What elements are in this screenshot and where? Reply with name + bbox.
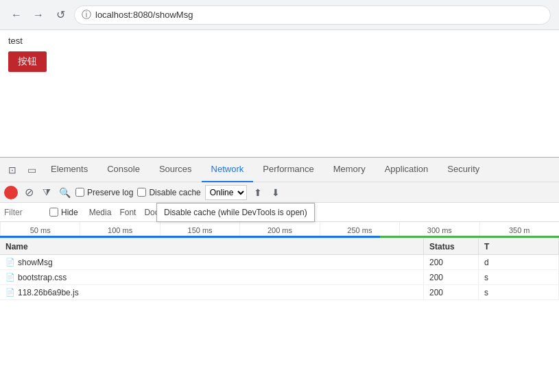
table-row[interactable]: 📄 118.26b6a9be.js 200 s: [0, 285, 559, 300]
file-icon: 📄: [5, 273, 15, 282]
tab-network[interactable]: Network: [202, 158, 254, 182]
devtools-tab-bar: ⊡ ▭ Elements Console Sources Network Per…: [0, 158, 559, 182]
td-type-showmsg: d: [479, 255, 559, 269]
timeline-progress: [0, 236, 559, 238]
disable-cache-checkbox[interactable]: Disable cache: [137, 188, 200, 197]
search-button[interactable]: 🔍: [58, 186, 71, 199]
td-name-bootstrap: 📄 bootstrap.css: [0, 270, 424, 284]
devtools-panel: ⊡ ▭ Elements Console Sources Network Per…: [0, 157, 559, 392]
browser-toolbar: ← → ↺ ⓘ localhost:8080/showMsg: [0, 0, 559, 30]
filter-bar: Hide Disable cache (while DevTools is op…: [0, 203, 559, 222]
row-name-showmsg: showMsg: [18, 258, 53, 267]
hide-label-text: Hide: [61, 208, 78, 217]
forward-button[interactable]: →: [30, 7, 47, 23]
download-button[interactable]: ⬇: [269, 186, 283, 199]
lock-icon: ⓘ: [82, 9, 91, 21]
td-name-js: 📄 118.26b6a9be.js: [0, 285, 424, 299]
td-status-bootstrap: 200: [424, 270, 479, 284]
address-bar[interactable]: ⓘ localhost:8080/showMsg: [74, 5, 551, 25]
tab-sources[interactable]: Sources: [150, 158, 202, 182]
tab-elements[interactable]: Elements: [41, 158, 97, 182]
tab-memory[interactable]: Memory: [324, 158, 375, 182]
tab-application[interactable]: Application: [375, 158, 438, 182]
url-text: localhost:8080/showMsg: [95, 10, 193, 20]
filter-type-media[interactable]: Media: [85, 206, 116, 219]
network-toolbar: ⊘ ⧩ 🔍 Preserve log Disable cache Online …: [0, 182, 559, 203]
td-type-js: s: [479, 285, 559, 299]
preserve-log-checkbox[interactable]: Preserve log: [75, 188, 133, 197]
preserve-log-label: Preserve log: [87, 188, 133, 197]
filter-type-font[interactable]: Font: [115, 206, 140, 219]
th-type: T: [479, 238, 559, 254]
table-header: Name Status T: [0, 238, 559, 255]
tab-performance[interactable]: Performance: [253, 158, 323, 182]
td-status-showmsg: 200: [424, 255, 479, 269]
devtools-dock-icon[interactable]: ▭: [22, 160, 41, 180]
row-name-bootstrap: bootstrap.css: [18, 273, 67, 282]
upload-button[interactable]: ⬆: [251, 186, 265, 199]
th-status: Status: [424, 238, 479, 254]
tab-security[interactable]: Security: [438, 158, 489, 182]
file-icon: 📄: [5, 258, 15, 267]
td-status-js: 200: [424, 285, 479, 299]
back-button[interactable]: ←: [8, 7, 25, 23]
online-select[interactable]: Online: [205, 185, 247, 200]
file-icon: 📄: [5, 288, 15, 297]
table-row[interactable]: 📄 bootstrap.css 200 s: [0, 270, 559, 285]
filter-input[interactable]: [4, 208, 45, 217]
td-type-bootstrap: s: [479, 270, 559, 284]
page-content: test 按钮: [0, 30, 559, 157]
page-title: test: [8, 36, 551, 46]
hide-data-urls-checkbox[interactable]: Hide: [49, 208, 78, 217]
tooltip: Disable cache (while DevTools is open): [156, 203, 315, 222]
devtools-select-icon[interactable]: ⊡: [3, 160, 22, 180]
clear-button[interactable]: ⊘: [22, 186, 36, 199]
network-content: Name Status T 📄 showMsg 200 d 📄 bootstra…: [0, 238, 559, 392]
disable-cache-label: Disable cache: [149, 188, 200, 197]
th-name: Name: [0, 238, 424, 254]
page-button[interactable]: 按钮: [8, 51, 47, 72]
td-name-showmsg: 📄 showMsg: [0, 255, 424, 269]
row-name-js: 118.26b6a9be.js: [18, 288, 79, 297]
filter-button[interactable]: ⧩: [40, 186, 53, 199]
timeline-bar: 50 ms 100 ms 150 ms 200 ms 250 ms 300 ms…: [0, 222, 559, 238]
table-row[interactable]: 📄 showMsg 200 d: [0, 255, 559, 270]
tab-console[interactable]: Console: [97, 158, 150, 182]
reload-button[interactable]: ↺: [52, 7, 69, 23]
record-button[interactable]: [4, 186, 18, 199]
